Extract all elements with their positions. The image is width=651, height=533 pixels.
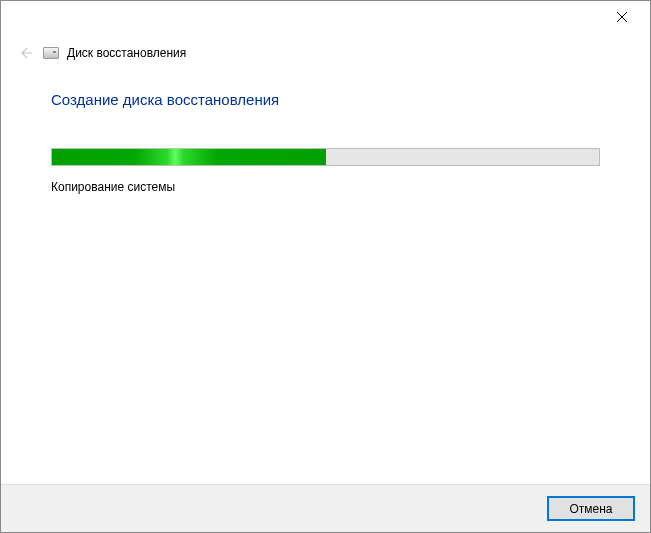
content-area: Создание диска восстановления Копировани… (1, 63, 650, 194)
page-heading: Создание диска восстановления (51, 91, 600, 108)
window-title: Диск восстановления (67, 46, 186, 60)
close-icon (616, 11, 628, 23)
cancel-button[interactable]: Отмена (548, 497, 634, 520)
footer: Отмена (1, 484, 650, 532)
status-text: Копирование системы (51, 180, 600, 194)
header: Диск восстановления (1, 33, 650, 63)
back-button (15, 43, 35, 63)
arrow-left-icon (17, 45, 33, 61)
progress-bar (51, 148, 600, 166)
progress-fill (52, 149, 326, 165)
drive-icon (43, 47, 59, 59)
close-button[interactable] (602, 5, 642, 29)
